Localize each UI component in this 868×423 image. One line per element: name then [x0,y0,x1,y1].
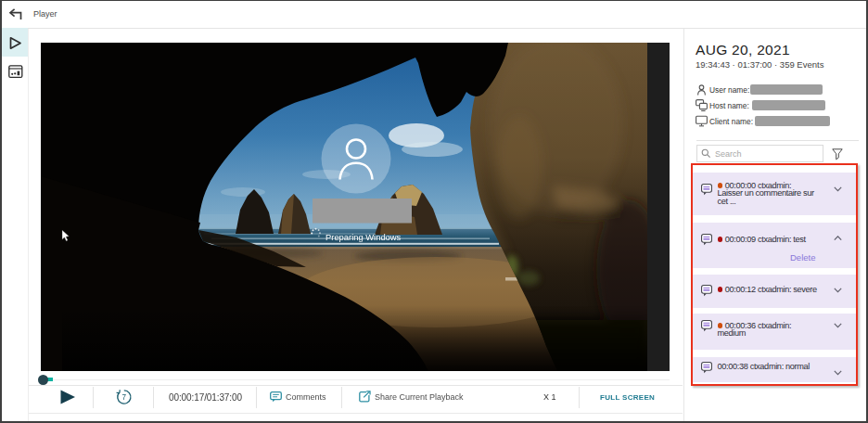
svg-text:7: 7 [121,393,126,402]
svg-text:Preparing Windows: Preparing Windows [326,232,402,242]
